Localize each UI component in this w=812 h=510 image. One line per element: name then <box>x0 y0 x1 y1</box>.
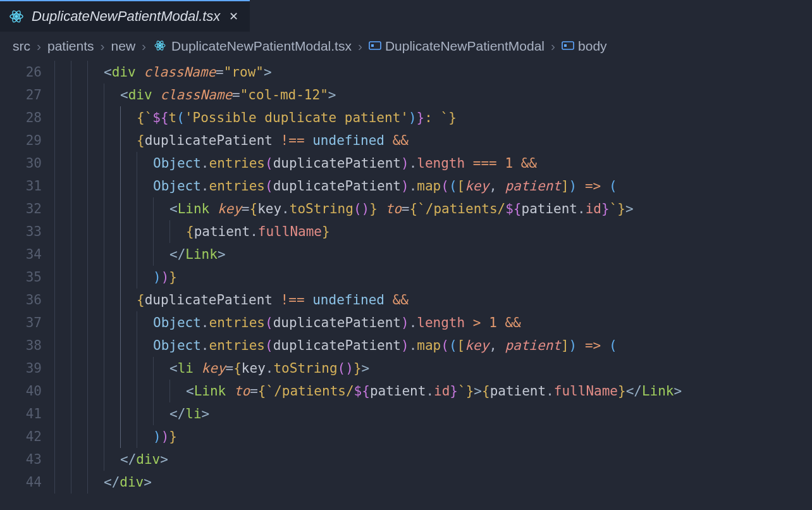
chevron-right-icon: › <box>101 39 105 53</box>
svg-rect-11 <box>564 44 567 47</box>
code-line[interactable]: <Link to={`/patients/${patient.id}`}>{pa… <box>54 380 812 402</box>
code-line[interactable]: </li> <box>54 402 812 425</box>
react-icon <box>154 39 166 51</box>
code-line[interactable]: {patient.fullName} <box>54 220 812 243</box>
line-number-gutter: 26272829303132333435363738394041424344 <box>0 61 54 509</box>
line-number: 36 <box>0 289 42 311</box>
symbol-variable-icon <box>369 41 381 50</box>
line-number: 37 <box>0 311 42 334</box>
chevron-right-icon: › <box>358 39 362 53</box>
line-number: 35 <box>0 266 42 289</box>
line-number: 38 <box>0 334 42 357</box>
svg-rect-10 <box>562 42 574 49</box>
code-line[interactable]: {duplicatePatient !== undefined && <box>54 129 812 152</box>
code-line[interactable]: <div className="col-md-12"> <box>54 84 812 106</box>
symbol-variable-icon <box>562 41 574 50</box>
code-line[interactable]: ))} <box>54 266 812 289</box>
svg-point-0 <box>15 15 18 18</box>
code-line[interactable]: </div> <box>54 448 812 471</box>
code-line[interactable]: {`${t('Possible duplicate patient')}: `} <box>54 106 812 129</box>
chevron-right-icon: › <box>37 39 41 53</box>
editor-tab-active[interactable]: DuplicateNewPatientModal.tsx ✕ <box>0 0 250 32</box>
line-number: 33 <box>0 220 42 243</box>
breadcrumb-item[interactable]: body <box>562 39 607 53</box>
line-number: 40 <box>0 380 42 402</box>
close-icon[interactable]: ✕ <box>229 11 238 22</box>
svg-point-4 <box>159 44 161 46</box>
svg-rect-9 <box>371 44 374 47</box>
line-number: 27 <box>0 84 42 106</box>
line-number: 41 <box>0 402 42 425</box>
line-number: 29 <box>0 129 42 152</box>
breadcrumb-item[interactable]: new <box>111 39 136 53</box>
code-line[interactable]: Object.entries(duplicatePatient).length … <box>54 311 812 334</box>
code-line[interactable]: <Link key={key.toString()} to={`/patient… <box>54 197 812 220</box>
code-line[interactable]: Object.entries(duplicatePatient).map(([k… <box>54 175 812 197</box>
code-line[interactable]: <div className="row"> <box>54 61 812 84</box>
code-line[interactable]: ))} <box>54 425 812 448</box>
line-number: 28 <box>0 106 42 129</box>
line-number: 31 <box>0 175 42 197</box>
code-line[interactable]: </div> <box>54 471 812 494</box>
breadcrumb-item[interactable]: DuplicateNewPatientModal.tsx <box>152 38 352 53</box>
breadcrumb-item[interactable]: src <box>13 39 30 53</box>
line-number: 34 <box>0 243 42 266</box>
line-number: 42 <box>0 425 42 448</box>
breadcrumb-item[interactable]: patients <box>47 39 94 53</box>
code-editor[interactable]: 26272829303132333435363738394041424344 <… <box>0 61 812 509</box>
line-number: 32 <box>0 197 42 220</box>
line-number: 44 <box>0 471 42 494</box>
code-line[interactable]: {duplicatePatient !== undefined && <box>54 289 812 311</box>
code-line[interactable]: Object.entries(duplicatePatient).length … <box>54 152 812 175</box>
tab-title: DuplicateNewPatientModal.tsx <box>32 9 220 23</box>
breadcrumb: src › patients › new › DuplicateNewPatie… <box>0 32 812 61</box>
react-icon <box>9 9 24 24</box>
breadcrumb-item[interactable]: DuplicateNewPatientModal <box>369 39 544 53</box>
editor-tabs-bar: DuplicateNewPatientModal.tsx ✕ <box>0 0 812 32</box>
code-line[interactable]: </Link> <box>54 243 812 266</box>
svg-rect-8 <box>369 42 381 49</box>
line-number: 26 <box>0 61 42 84</box>
line-number: 39 <box>0 357 42 380</box>
code-content[interactable]: <div className="row"><div className="col… <box>54 61 812 509</box>
chevron-right-icon: › <box>142 39 146 53</box>
line-number: 43 <box>0 448 42 471</box>
code-line[interactable]: <li key={key.toString()}> <box>54 357 812 380</box>
code-line[interactable]: Object.entries(duplicatePatient).map(([k… <box>54 334 812 357</box>
chevron-right-icon: › <box>551 39 555 53</box>
line-number: 30 <box>0 152 42 175</box>
